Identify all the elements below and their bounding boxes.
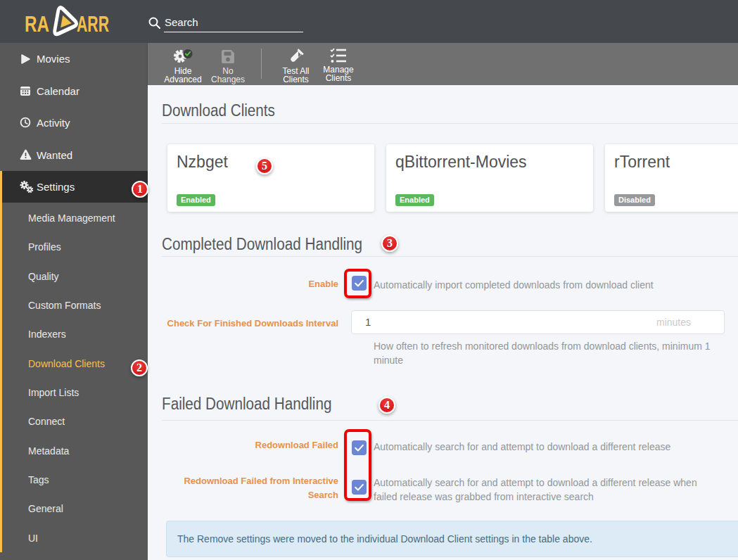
svg-text:ARR: ARR — [77, 11, 109, 37]
svg-text:RA: RA — [25, 11, 49, 37]
